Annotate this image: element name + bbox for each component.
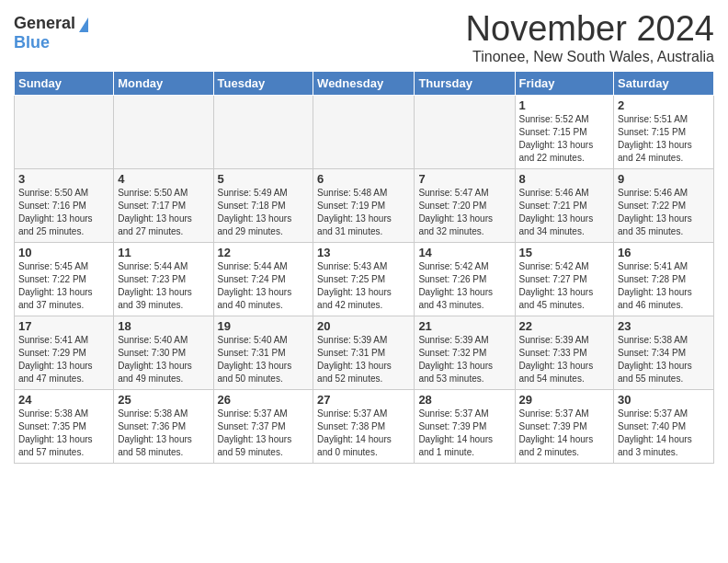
calendar-cell: 21Sunrise: 5:39 AM Sunset: 7:32 PM Dayli…	[415, 316, 515, 390]
calendar-cell: 27Sunrise: 5:37 AM Sunset: 7:38 PM Dayli…	[313, 390, 415, 464]
day-info: Sunrise: 5:49 AM Sunset: 7:18 PM Dayligh…	[218, 187, 310, 238]
calendar-table: SundayMondayTuesdayWednesdayThursdayFrid…	[14, 71, 714, 464]
day-info: Sunrise: 5:46 AM Sunset: 7:22 PM Dayligh…	[618, 187, 710, 238]
day-info: Sunrise: 5:43 AM Sunset: 7:25 PM Dayligh…	[317, 260, 410, 312]
day-info: Sunrise: 5:51 AM Sunset: 7:15 PM Dayligh…	[618, 113, 710, 165]
calendar-cell: 20Sunrise: 5:39 AM Sunset: 7:31 PM Dayli…	[313, 316, 415, 390]
calendar-cell: 16Sunrise: 5:41 AM Sunset: 7:28 PM Dayli…	[614, 243, 714, 316]
day-info: Sunrise: 5:37 AM Sunset: 7:40 PM Dayligh…	[618, 408, 710, 459]
calendar-cell: 12Sunrise: 5:44 AM Sunset: 7:24 PM Dayli…	[213, 243, 313, 316]
calendar-cell	[415, 96, 515, 169]
calendar-cell: 29Sunrise: 5:37 AM Sunset: 7:39 PM Dayli…	[515, 390, 614, 464]
day-number: 25	[118, 393, 209, 407]
day-info: Sunrise: 5:44 AM Sunset: 7:23 PM Dayligh…	[118, 260, 209, 312]
calendar-cell: 15Sunrise: 5:42 AM Sunset: 7:27 PM Dayli…	[515, 243, 614, 316]
calendar-cell: 9Sunrise: 5:46 AM Sunset: 7:22 PM Daylig…	[614, 169, 714, 243]
day-number: 11	[118, 246, 209, 259]
day-info: Sunrise: 5:42 AM Sunset: 7:26 PM Dayligh…	[418, 260, 510, 312]
day-number: 17	[18, 319, 109, 333]
day-number: 8	[519, 172, 610, 186]
day-number: 27	[317, 393, 410, 407]
day-number: 24	[18, 393, 109, 407]
day-info: Sunrise: 5:41 AM Sunset: 7:29 PM Dayligh…	[18, 334, 109, 385]
calendar-row-4: 24Sunrise: 5:38 AM Sunset: 7:35 PM Dayli…	[15, 390, 714, 464]
day-info: Sunrise: 5:52 AM Sunset: 7:15 PM Dayligh…	[519, 113, 610, 165]
day-info: Sunrise: 5:45 AM Sunset: 7:22 PM Dayligh…	[18, 260, 109, 312]
logo: General Blue	[14, 14, 88, 52]
location-text: Tinonee, New South Wales, Australia	[466, 49, 714, 65]
day-info: Sunrise: 5:37 AM Sunset: 7:39 PM Dayligh…	[519, 408, 610, 459]
day-info: Sunrise: 5:48 AM Sunset: 7:19 PM Dayligh…	[317, 187, 410, 238]
day-number: 13	[317, 246, 410, 259]
day-info: Sunrise: 5:40 AM Sunset: 7:31 PM Dayligh…	[218, 334, 310, 385]
weekday-header-saturday: Saturday	[614, 72, 714, 96]
day-number: 9	[618, 172, 710, 186]
day-number: 15	[519, 246, 610, 259]
calendar-cell: 23Sunrise: 5:38 AM Sunset: 7:34 PM Dayli…	[614, 316, 714, 390]
weekday-header-tuesday: Tuesday	[213, 72, 313, 96]
calendar-cell	[213, 96, 313, 169]
day-number: 28	[418, 393, 510, 407]
weekday-header-thursday: Thursday	[415, 72, 515, 96]
calendar-cell	[15, 96, 114, 169]
day-info: Sunrise: 5:37 AM Sunset: 7:38 PM Dayligh…	[317, 408, 410, 459]
calendar-cell: 26Sunrise: 5:37 AM Sunset: 7:37 PM Dayli…	[213, 390, 313, 464]
day-info: Sunrise: 5:44 AM Sunset: 7:24 PM Dayligh…	[218, 260, 310, 312]
day-number: 19	[218, 319, 310, 333]
calendar-cell: 17Sunrise: 5:41 AM Sunset: 7:29 PM Dayli…	[15, 316, 114, 390]
calendar-cell: 18Sunrise: 5:40 AM Sunset: 7:30 PM Dayli…	[114, 316, 213, 390]
calendar-cell: 6Sunrise: 5:48 AM Sunset: 7:19 PM Daylig…	[313, 169, 415, 243]
day-number: 30	[618, 393, 710, 407]
day-number: 21	[418, 319, 510, 333]
day-number: 20	[317, 319, 410, 333]
day-number: 7	[418, 172, 510, 186]
calendar-cell: 10Sunrise: 5:45 AM Sunset: 7:22 PM Dayli…	[15, 243, 114, 316]
day-number: 14	[418, 246, 510, 259]
logo-triangle-icon	[79, 17, 88, 32]
day-number: 12	[218, 246, 310, 259]
day-number: 4	[118, 172, 209, 186]
day-number: 16	[618, 246, 710, 259]
weekday-header-wednesday: Wednesday	[313, 72, 415, 96]
weekday-header-sunday: Sunday	[15, 72, 114, 96]
calendar-header-row: SundayMondayTuesdayWednesdayThursdayFrid…	[15, 72, 714, 96]
day-number: 29	[519, 393, 610, 407]
day-number: 3	[18, 172, 109, 186]
calendar-cell: 22Sunrise: 5:39 AM Sunset: 7:33 PM Dayli…	[515, 316, 614, 390]
day-number: 22	[519, 319, 610, 333]
day-number: 2	[618, 98, 710, 112]
calendar-cell: 24Sunrise: 5:38 AM Sunset: 7:35 PM Dayli…	[15, 390, 114, 464]
calendar-row-0: 1Sunrise: 5:52 AM Sunset: 7:15 PM Daylig…	[15, 96, 714, 169]
calendar-cell: 1Sunrise: 5:52 AM Sunset: 7:15 PM Daylig…	[515, 96, 614, 169]
day-number: 26	[218, 393, 310, 407]
day-info: Sunrise: 5:39 AM Sunset: 7:33 PM Dayligh…	[519, 334, 610, 385]
calendar-cell: 7Sunrise: 5:47 AM Sunset: 7:20 PM Daylig…	[415, 169, 515, 243]
calendar-cell: 25Sunrise: 5:38 AM Sunset: 7:36 PM Dayli…	[114, 390, 213, 464]
day-info: Sunrise: 5:37 AM Sunset: 7:39 PM Dayligh…	[418, 408, 510, 459]
page-header: General Blue November 2024 Tinonee, New …	[14, 9, 714, 65]
day-info: Sunrise: 5:42 AM Sunset: 7:27 PM Dayligh…	[519, 260, 610, 312]
calendar-cell: 4Sunrise: 5:50 AM Sunset: 7:17 PM Daylig…	[114, 169, 213, 243]
day-info: Sunrise: 5:50 AM Sunset: 7:17 PM Dayligh…	[118, 187, 209, 238]
day-info: Sunrise: 5:46 AM Sunset: 7:21 PM Dayligh…	[519, 187, 610, 238]
day-number: 18	[118, 319, 209, 333]
day-info: Sunrise: 5:50 AM Sunset: 7:16 PM Dayligh…	[18, 187, 109, 238]
calendar-cell: 30Sunrise: 5:37 AM Sunset: 7:40 PM Dayli…	[614, 390, 714, 464]
weekday-header-friday: Friday	[515, 72, 614, 96]
calendar-row-1: 3Sunrise: 5:50 AM Sunset: 7:16 PM Daylig…	[15, 169, 714, 243]
calendar-cell: 13Sunrise: 5:43 AM Sunset: 7:25 PM Dayli…	[313, 243, 415, 316]
logo-general-text: General	[14, 14, 75, 33]
calendar-cell: 28Sunrise: 5:37 AM Sunset: 7:39 PM Dayli…	[415, 390, 515, 464]
logo-blue-text: Blue	[14, 33, 50, 52]
calendar-cell	[313, 96, 415, 169]
weekday-header-monday: Monday	[114, 72, 213, 96]
day-info: Sunrise: 5:41 AM Sunset: 7:28 PM Dayligh…	[618, 260, 710, 312]
day-info: Sunrise: 5:39 AM Sunset: 7:31 PM Dayligh…	[317, 334, 410, 385]
calendar-cell: 14Sunrise: 5:42 AM Sunset: 7:26 PM Dayli…	[415, 243, 515, 316]
calendar-cell: 2Sunrise: 5:51 AM Sunset: 7:15 PM Daylig…	[614, 96, 714, 169]
day-number: 23	[618, 319, 710, 333]
calendar-cell: 19Sunrise: 5:40 AM Sunset: 7:31 PM Dayli…	[213, 316, 313, 390]
calendar-cell: 8Sunrise: 5:46 AM Sunset: 7:21 PM Daylig…	[515, 169, 614, 243]
calendar-cell: 5Sunrise: 5:49 AM Sunset: 7:18 PM Daylig…	[213, 169, 313, 243]
day-info: Sunrise: 5:37 AM Sunset: 7:37 PM Dayligh…	[218, 408, 310, 459]
